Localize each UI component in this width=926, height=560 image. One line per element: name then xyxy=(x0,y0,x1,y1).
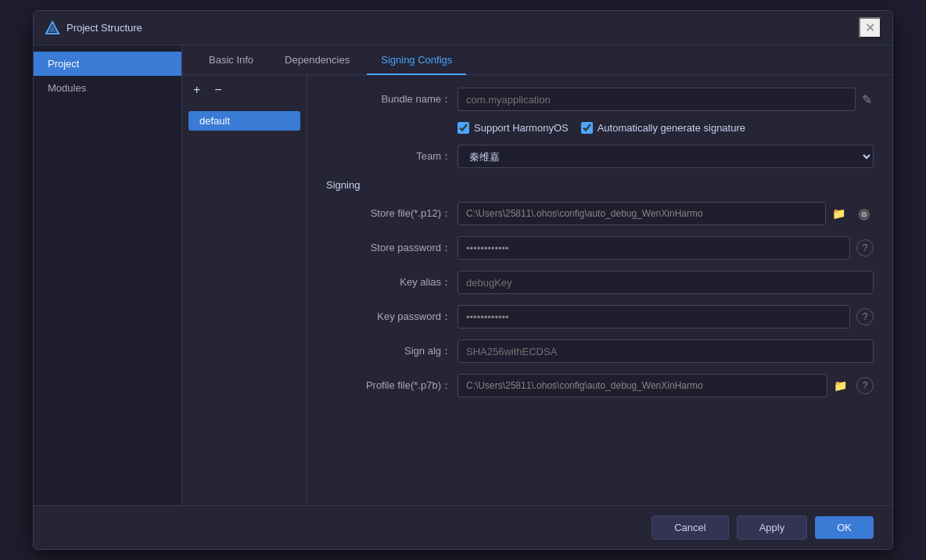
add-config-button[interactable]: + xyxy=(188,81,205,99)
key-alias-input[interactable] xyxy=(458,271,874,294)
auto-generate-signature-checkbox[interactable] xyxy=(581,122,593,134)
help-icon: ? xyxy=(863,242,868,253)
remove-config-button[interactable]: − xyxy=(210,81,226,99)
bundle-name-input-wrap: ✎ xyxy=(458,88,874,111)
store-file-browse-button[interactable]: 📁 xyxy=(829,206,849,221)
profile-file-label: Profile file(*.p7b)： xyxy=(326,379,451,393)
cancel-button[interactable]: Cancel xyxy=(651,515,728,540)
store-file-input-wrap: 📁 xyxy=(458,202,849,225)
config-toolbar: + − xyxy=(188,81,300,99)
edit-icon: ✎ xyxy=(862,93,872,106)
tab-signing-configs[interactable]: Signing Configs xyxy=(367,46,466,75)
key-password-row: Key password： ? xyxy=(326,305,874,328)
key-password-label: Key password： xyxy=(326,310,451,324)
profile-file-input[interactable] xyxy=(458,374,827,397)
form-area: Bundle name： ✎ xyxy=(307,75,892,505)
tab-basic-info[interactable]: Basic Info xyxy=(195,46,267,75)
title-bar: Project Structure ✕ xyxy=(34,11,892,45)
auto-generate-signature-label[interactable]: Automatically generate signature xyxy=(581,122,745,134)
bundle-name-row: Bundle name： ✎ xyxy=(326,88,874,111)
store-password-help-button[interactable]: ? xyxy=(856,239,874,257)
sidebar-item-project[interactable]: Project xyxy=(34,52,181,76)
key-password-help-button[interactable]: ? xyxy=(856,308,874,325)
bundle-name-label: Bundle name： xyxy=(326,92,451,106)
team-select[interactable]: 秦维嘉 xyxy=(458,145,874,168)
profile-file-browse-button[interactable]: 📁 xyxy=(831,378,850,393)
store-password-input[interactable] xyxy=(458,236,850,260)
app-icon xyxy=(45,20,60,36)
support-harmonyos-label[interactable]: Support HarmonyOS xyxy=(458,122,569,134)
apply-button[interactable]: Apply xyxy=(737,515,808,540)
key-password-input[interactable] xyxy=(458,305,850,328)
profile-file-row: Profile file(*.p7b)： 📁 ? xyxy=(326,374,874,397)
team-label: Team： xyxy=(326,149,451,163)
sign-alg-input[interactable] xyxy=(458,339,874,363)
help-icon-3: ? xyxy=(863,380,868,391)
store-password-row: Store password： ? xyxy=(326,236,874,260)
project-structure-dialog: Project Structure ✕ Project Modules Basi… xyxy=(33,10,893,550)
store-file-label: Store file(*.p12)： xyxy=(326,206,451,221)
sidebar: Project Modules xyxy=(34,45,182,505)
store-file-row: Store file(*.p12)： 📁 ◉ xyxy=(326,202,874,225)
key-alias-row: Key alias： xyxy=(326,271,874,294)
main-content: Basic Info Dependencies Signing Configs … xyxy=(182,45,892,505)
bundle-name-input[interactable] xyxy=(458,88,856,111)
tab-dependencies[interactable]: Dependencies xyxy=(271,46,364,75)
fingerprint-icon: ◉ xyxy=(858,206,870,221)
ok-button[interactable]: OK xyxy=(815,516,874,539)
dialog-title: Project Structure xyxy=(66,22,142,34)
sign-alg-label: Sign alg： xyxy=(326,344,451,358)
signing-heading: Signing xyxy=(326,179,874,191)
close-button[interactable]: ✕ xyxy=(859,17,881,38)
fingerprint-button[interactable]: ◉ xyxy=(855,203,874,224)
team-row: Team： 秦维嘉 xyxy=(326,145,874,168)
store-file-input[interactable] xyxy=(458,202,826,225)
store-password-label: Store password： xyxy=(326,241,451,255)
checkboxes-group: Support HarmonyOS Automatically generate… xyxy=(458,122,874,134)
support-harmonyos-checkbox[interactable] xyxy=(458,122,469,134)
sign-alg-row: Sign alg： xyxy=(326,339,874,363)
key-alias-label: Key alias： xyxy=(326,275,451,289)
help-icon-2: ? xyxy=(863,311,868,322)
config-default-item[interactable]: default xyxy=(188,111,300,131)
config-panel: + − default xyxy=(182,75,307,505)
checkboxes-row: Support HarmonyOS Automatically generate… xyxy=(326,122,874,134)
dialog-body: Project Modules Basic Info Dependencies … xyxy=(34,45,892,505)
footer: Cancel Apply OK xyxy=(34,505,892,549)
bundle-name-edit-button[interactable]: ✎ xyxy=(860,91,874,109)
sidebar-item-modules[interactable]: Modules xyxy=(34,76,181,100)
tabs-bar: Basic Info Dependencies Signing Configs xyxy=(182,45,892,75)
folder-icon-2: 📁 xyxy=(834,379,847,392)
profile-file-help-button[interactable]: ? xyxy=(856,377,874,394)
profile-file-input-wrap: 📁 xyxy=(458,374,850,397)
folder-icon: 📁 xyxy=(832,207,845,220)
title-bar-left: Project Structure xyxy=(45,20,142,36)
